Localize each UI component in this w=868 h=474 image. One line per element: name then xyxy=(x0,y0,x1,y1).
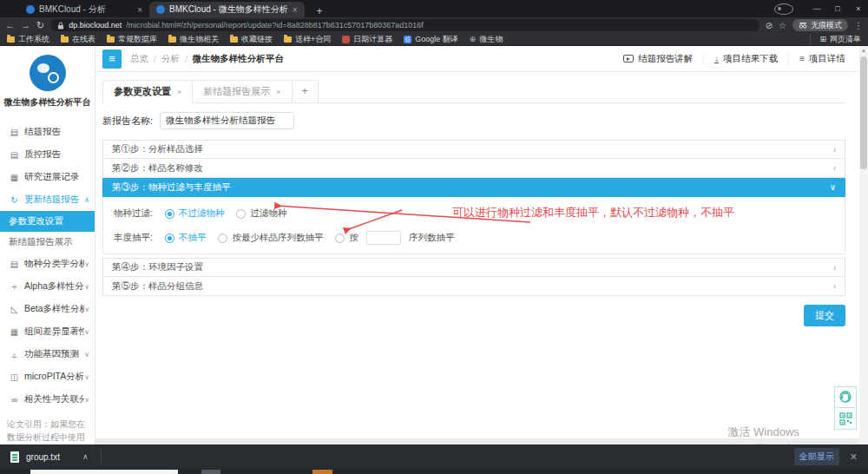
new-tab-button[interactable]: + xyxy=(312,5,328,17)
add-tab-button[interactable]: + xyxy=(293,80,319,102)
sidebar-item-progress[interactable]: ▦研究进展记录 xyxy=(0,166,95,188)
bookmark-folder[interactable]: 工作系统 xyxy=(7,34,49,45)
report-name-label: 新报告名称: xyxy=(102,115,153,128)
tab-close-icon[interactable]: × xyxy=(177,88,181,96)
radio-min-sample-rarefy[interactable]: 按最少样品序列数抽平 xyxy=(218,232,323,244)
chevron-up-icon[interactable]: ∧ xyxy=(82,452,89,461)
scroll-up-icon[interactable]: ▲ xyxy=(859,46,868,55)
close-button[interactable]: × xyxy=(849,0,868,17)
bookmark-star-icon[interactable]: ☆ xyxy=(779,21,786,30)
project-download-button[interactable]: ↓项目结果下载 xyxy=(703,53,788,65)
tab-close-icon[interactable]: × xyxy=(137,5,142,15)
incognito-profile-icon[interactable] xyxy=(774,3,793,15)
downloaded-file-chip[interactable]: group.txt ∧ xyxy=(0,444,101,469)
sidebar-item-function-predict[interactable]: ▵功能基因预测∨ xyxy=(0,343,95,365)
sidebar-item-beta[interactable]: ◺Beta多样性分析∨ xyxy=(0,298,95,320)
chevron-down-icon: ∨ xyxy=(84,396,89,404)
step-3-filter-rarefy[interactable]: 第③步：物种过滤与丰度抽平∨ xyxy=(102,178,845,197)
reading-list-button[interactable]: ⊞网页清单 xyxy=(810,34,861,45)
breadcrumb-overview[interactable]: 总览 xyxy=(130,53,148,65)
bookmark-label: 常规数据库 xyxy=(118,34,157,45)
sidebar-item-update-report[interactable]: ↻更新结题报告∧ xyxy=(0,188,95,211)
chevron-down-icon: ∨ xyxy=(830,182,836,192)
headset-icon xyxy=(838,391,852,404)
step-5-group-info[interactable]: 第⑤步：样品分组信息› xyxy=(102,277,845,296)
reading-list-icon: ⊞ xyxy=(819,35,826,43)
bookmark-folder[interactable]: 常规数据库 xyxy=(107,34,157,45)
bookmark-calculator[interactable]: 日期计算器 xyxy=(342,34,392,45)
tab-close-icon[interactable]: × xyxy=(293,5,298,15)
citation-note: 论文引用：如果您在数据分析过程中使用了百迈客云平台或者获得了其他有效帮助，我们期… xyxy=(7,418,88,444)
bookmark-translate[interactable]: GGoogle 翻译 xyxy=(404,34,458,45)
page-scrollbar[interactable]: ▲ xyxy=(859,46,868,444)
tab-close-icon[interactable]: × xyxy=(276,88,280,96)
bookmark-folder[interactable]: 微生物相关 xyxy=(168,34,219,45)
taskbar-app-icon[interactable] xyxy=(201,470,220,474)
sidebar-menu: ▤结题报告 ▤质控报告 ▦研究进展记录 ↻更新结题报告∧ 参数更改设置 新结题报… xyxy=(0,121,95,411)
gene-icon: ▵ xyxy=(9,350,20,359)
radio-no-rarefy[interactable]: 不抽平 xyxy=(165,232,207,244)
rarefy-count-input[interactable] xyxy=(366,231,401,245)
sidebar-item-group-diff[interactable]: ▦组间差异显著性分析∨ xyxy=(0,320,95,343)
back-icon[interactable]: ← xyxy=(5,17,15,33)
minimize-button[interactable]: — xyxy=(807,0,826,17)
maximize-button[interactable]: □ xyxy=(828,0,847,17)
chevron-right-icon: › xyxy=(833,263,836,273)
taskbar-app-icon[interactable] xyxy=(312,470,332,474)
browser-tab-title: BMKCloud - 微生物多样性分析 xyxy=(169,3,288,16)
divide-icon: ÷ xyxy=(9,282,20,292)
bookmark-folder[interactable]: 在线表 xyxy=(61,34,95,45)
bookmark-microbe[interactable]: ⊕微生物 xyxy=(470,34,503,45)
refresh-icon[interactable]: ↻ xyxy=(36,17,44,33)
qr-code-button[interactable] xyxy=(834,408,857,430)
forward-icon[interactable]: → xyxy=(21,17,30,33)
breadcrumb: 总览 / 分析 / 微生物多样性分析平台 xyxy=(130,53,284,65)
eye-blocked-icon[interactable]: ⊘ xyxy=(766,21,773,30)
show-all-downloads-button[interactable]: 全部显示 xyxy=(794,448,839,465)
sidebar-item-report[interactable]: ▤结题报告 xyxy=(0,121,95,143)
url-path: /microbial.html#/zh/personal/report/upda… xyxy=(126,21,424,30)
browser-tab-1[interactable]: BMKCloud - 分析 × xyxy=(19,2,149,17)
step-1-sample-select[interactable]: 第①步：分析样品选择› xyxy=(102,140,845,159)
tab-new-report-view[interactable]: 新结题报告展示 × xyxy=(193,80,292,102)
refresh-icon: ↻ xyxy=(9,195,20,205)
qr-code-icon xyxy=(839,412,852,425)
report-name-row: 新报告名称: xyxy=(102,112,845,129)
sidebar-item-new-report-view[interactable]: 新结题报告展示 xyxy=(0,232,95,253)
tab-param-settings[interactable]: 参数更改设置 × xyxy=(102,80,193,102)
bookmark-folder[interactable]: 送样+合同 xyxy=(284,34,331,45)
hamburger-menu-icon[interactable]: ≡ xyxy=(102,49,122,69)
report-name-input[interactable] xyxy=(160,112,294,129)
project-details-button[interactable]: ≡项目详情 xyxy=(788,53,856,65)
customer-service-button[interactable] xyxy=(834,386,857,408)
report-explain-button[interactable]: 结题报告讲解 xyxy=(613,53,703,65)
steps-accordion: 第①步：分析样品选择› 第②步：样品名称修改› 第③步：物种过滤与丰度抽平∨ 物… xyxy=(102,140,845,296)
sidebar-item-param-settings[interactable]: 参数更改设置 xyxy=(0,211,95,232)
menu-kebab-icon[interactable]: ⋮ xyxy=(854,21,863,30)
folder-icon xyxy=(7,36,15,43)
step-4-env-factor[interactable]: 第④步：环境因子设置› xyxy=(102,258,845,277)
browser-tab-2-active[interactable]: BMKCloud - 微生物多样性分析 × xyxy=(149,2,305,17)
sidebar-item-correlation[interactable]: ∞相关性与关联分析∨ xyxy=(0,388,95,411)
address-bar[interactable]: dp.biocloud.net/microbial.html#/zh/perso… xyxy=(50,19,759,31)
breadcrumb-analysis[interactable]: 分析 xyxy=(161,53,180,65)
chevron-right-icon: › xyxy=(833,281,836,291)
bookmark-folder[interactable]: 收藏链接 xyxy=(230,34,273,45)
radio-filter[interactable]: 过滤物种 xyxy=(236,207,286,220)
bookmarks-bar: 工作系统 在线表 常规数据库 微生物相关 收藏链接 送样+合同 日期计算器 GG… xyxy=(0,33,868,46)
scrollbar-thumb[interactable] xyxy=(860,56,867,169)
sidebar-item-alpha[interactable]: ÷Alpha多样性分析∨ xyxy=(0,275,95,298)
close-shelf-icon[interactable]: ✕ xyxy=(850,451,858,463)
chevron-up-icon: ∧ xyxy=(84,196,89,204)
submit-button[interactable]: 提交 xyxy=(804,305,845,326)
radio-custom-rarefy[interactable]: 按序列数抽平 xyxy=(335,231,454,245)
sidebar-item-taxonomy[interactable]: ▤物种分类学分析∨ xyxy=(0,253,95,275)
chevron-right-icon: › xyxy=(833,145,836,155)
sidebar-item-micropita[interactable]: ◫microPITA分析∨ xyxy=(0,365,95,388)
radio-no-filter[interactable]: 不过滤物种 xyxy=(165,207,225,220)
tab-label: 新结题报告展示 xyxy=(203,85,270,98)
sidebar-item-qc-report[interactable]: ▤质控报告 xyxy=(0,143,95,166)
folder-icon xyxy=(107,36,115,43)
step-2-sample-rename[interactable]: 第②步：样品名称修改› xyxy=(102,159,845,178)
taskbar-search-box[interactable] xyxy=(30,470,178,474)
